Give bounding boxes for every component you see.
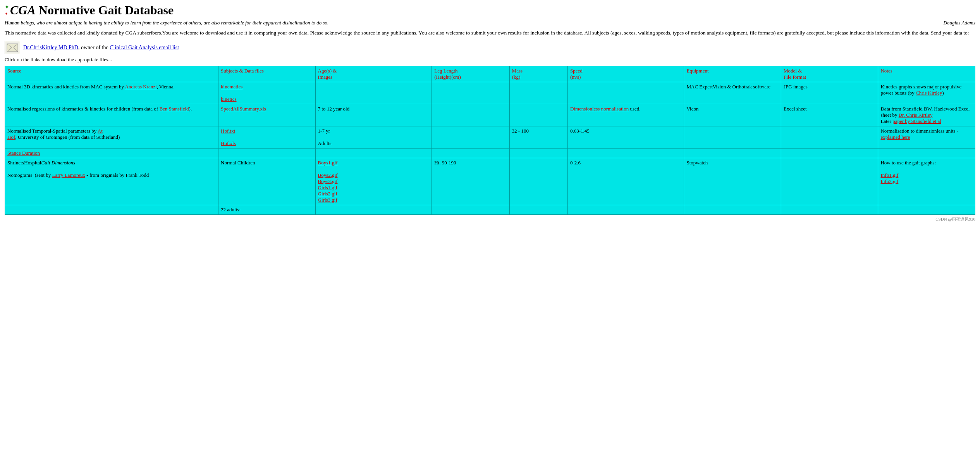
hof-txt-link[interactable]: Hof.txt xyxy=(221,128,235,134)
girls1-link[interactable]: Girls1.gif xyxy=(318,185,337,190)
row3-model xyxy=(781,126,878,149)
row2-equipment: Vicon xyxy=(684,104,781,126)
info1-link[interactable]: Info1.gif xyxy=(880,172,898,178)
row4-model xyxy=(781,149,878,158)
row5-ages: Boys1.gif Boys2.gif Boys3.gif Girls1.gif… xyxy=(315,158,432,205)
hof-xls-link[interactable]: Hof.xls xyxy=(221,140,236,146)
col-header-notes: Notes xyxy=(878,66,975,82)
col-header-leg: Leg Length (Height)(cm) xyxy=(432,66,509,82)
cga-list-link[interactable]: Clinical Gait Analysis email list xyxy=(110,45,179,50)
row3-mass: 32 - 100 xyxy=(509,126,567,149)
row6-model xyxy=(781,205,878,215)
col-header-source: Source xyxy=(5,66,218,82)
row6-subjects: 22 adults: xyxy=(218,205,316,215)
email-icon xyxy=(5,41,20,54)
table-row: Stance Duration xyxy=(5,149,975,158)
row1-speed xyxy=(567,82,684,104)
row4-speed xyxy=(567,149,684,158)
row6-notes xyxy=(878,205,975,215)
row6-speed xyxy=(567,205,684,215)
stance-duration-link[interactable]: Stance Duration xyxy=(7,150,40,156)
boys3-link[interactable]: Boys3.gif xyxy=(318,178,338,184)
quote-author: Douglas Adams xyxy=(944,20,975,26)
info2-link[interactable]: Info2.gif xyxy=(880,178,898,184)
row5-source: ShrinersHospitalGait Dimensions Nomogram… xyxy=(5,158,218,205)
quote-text: Human beings, who are almost unique in h… xyxy=(5,20,936,26)
row2-notes: Data from Stansfield BW, Hazlewood Excel… xyxy=(878,104,975,126)
row6-leg xyxy=(432,205,509,215)
row3-notes: Normalisation to dimensionless units - e… xyxy=(878,126,975,149)
row5-speed: 0-2.6 xyxy=(567,158,684,205)
row1-notes: Kinetics graphs shows major propulsive p… xyxy=(878,82,975,104)
row2-source: Normalised regressions of kinematics & k… xyxy=(5,104,218,126)
row2-model: Excel sheet xyxy=(781,104,878,126)
row4-leg xyxy=(432,149,509,158)
col-header-model: Model & File format xyxy=(781,66,878,82)
row2-subjects: SpeedAllSummary.xls xyxy=(218,104,316,126)
row6-equipment xyxy=(684,205,781,215)
hof-link[interactable]: Hof xyxy=(7,134,15,140)
watermark: CSDN @雨夜追风930 xyxy=(5,216,975,222)
girls3-link[interactable]: Girls3.gif xyxy=(318,197,337,203)
row3-subjects: Hof.txt Hof.xls xyxy=(218,126,316,149)
table-row: Normal 3D kinematics and kinetics from M… xyxy=(5,82,975,104)
click-text: Click on the links to download the appro… xyxy=(5,57,975,63)
row3-source: Normalised Temporal-Spatial parameters b… xyxy=(5,126,218,149)
col-header-subjects: Subjects & Data files xyxy=(218,66,316,82)
row1-source: Normal 3D kinematics and kinetics from M… xyxy=(5,82,218,104)
at-link[interactable]: At xyxy=(98,128,103,134)
row3-leg xyxy=(432,126,509,149)
row4-mass xyxy=(509,149,567,158)
page-title: CGA Normative Gait Database xyxy=(10,3,174,17)
boys2-link[interactable]: Boys2.gif xyxy=(318,172,338,178)
dr-chris-kirtley-link2[interactable]: Dr. Chris Kirtley xyxy=(899,112,933,118)
dr-kirtley-link[interactable]: Dr.ChrisKirtley MD PhD xyxy=(23,45,78,50)
col-header-speed: Speed (m/s) xyxy=(567,66,684,82)
row3-equipment xyxy=(684,126,781,149)
email-text: Dr.ChrisKirtley MD PhD, owner of the Cli… xyxy=(23,45,179,51)
larry-lamoreux-link[interactable]: Larry Lamoreux xyxy=(52,172,86,178)
row4-ages xyxy=(315,149,432,158)
row1-leg xyxy=(432,82,509,104)
table-row: Normalised Temporal-Spatial parameters b… xyxy=(5,126,975,149)
row4-subjects xyxy=(218,149,316,158)
row4-source: Stance Duration xyxy=(5,149,218,158)
row1-subjects: kinematics kinetics xyxy=(218,82,316,104)
row5-notes: How to use the gait graphs: Info1.gif In… xyxy=(878,158,975,205)
row3-speed: 0.63-1.45 xyxy=(567,126,684,149)
row4-notes xyxy=(878,149,975,158)
row5-model xyxy=(781,158,878,205)
logo: ✦✦ CGA Normative Gait Database xyxy=(5,3,174,17)
row1-equipment: MAC ExpertVision & Orthotrak software xyxy=(684,82,781,104)
row5-subjects: Normal Children xyxy=(218,158,316,205)
girls2-link[interactable]: Girls2.gif xyxy=(318,191,337,197)
intro-paragraph: This normative data was collected and ki… xyxy=(5,29,975,37)
row5-leg: Ht. 90-190 xyxy=(432,158,509,205)
boys1-link[interactable]: Boys1.gif xyxy=(318,160,338,166)
speed-summary-link[interactable]: SpeedAllSummary.xls xyxy=(221,106,266,112)
row5-mass xyxy=(509,158,567,205)
table-row: ShrinersHospitalGait Dimensions Nomogram… xyxy=(5,158,975,205)
explained-here-link[interactable]: explained here xyxy=(880,134,910,140)
dimensionless-link[interactable]: Dimensionless normalisation xyxy=(570,106,629,112)
table-row: 22 adults: xyxy=(5,205,975,215)
row4-equipment xyxy=(684,149,781,158)
col-header-mass: Mass (kg) xyxy=(509,66,567,82)
row6-ages xyxy=(315,205,432,215)
chris-kirtley-link1[interactable]: Chris Kirtley xyxy=(916,90,942,96)
andreas-kranzl-link[interactable]: Andreas Kranzl xyxy=(125,84,157,90)
row1-mass xyxy=(509,82,567,104)
row3-ages: 1-7 yrAdults xyxy=(315,126,432,149)
col-header-equipment: Equipment xyxy=(684,66,781,82)
stansfield-paper-link[interactable]: paper by Stansfield et al xyxy=(892,118,941,124)
email-row: Dr.ChrisKirtley MD PhD, owner of the Cli… xyxy=(5,41,975,54)
row5-equipment: Stopwatch xyxy=(684,158,781,205)
row6-mass xyxy=(509,205,567,215)
main-table: Source Subjects & Data files Age(s) & Im… xyxy=(5,66,975,215)
col-header-ages: Age(s) & Images xyxy=(315,66,432,82)
table-row: Normalised regressions of kinematics & k… xyxy=(5,104,975,126)
ben-stansfield-link[interactable]: Ben Stansfield xyxy=(159,106,189,112)
kinematics-link[interactable]: kinematics xyxy=(221,84,242,90)
kinetics-link[interactable]: kinetics xyxy=(221,96,236,102)
row2-speed: Dimensionless normalisation used. xyxy=(567,104,684,126)
